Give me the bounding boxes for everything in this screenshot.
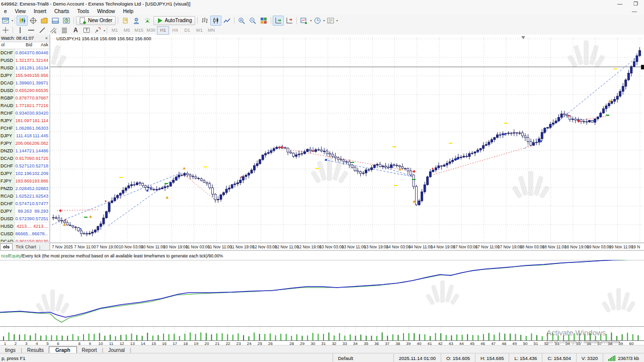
- time-axis-label: 14 Nov 11:00: [409, 245, 433, 249]
- market-watch-row[interactable]: RAUD1.771921.77216: [0, 102, 49, 110]
- expert-advisors-icon[interactable]: [131, 16, 142, 26]
- timeframe-w1[interactable]: W1: [193, 26, 205, 35]
- menu-item-tools[interactable]: Tools: [73, 9, 93, 14]
- market-watch-row[interactable]: DJPY102.196102.209: [0, 170, 49, 177]
- candle-body: [376, 164, 378, 165]
- strategy-tester-icon[interactable]: [61, 16, 72, 26]
- maximize-icon[interactable]: ❐: [633, 1, 638, 7]
- horizontal-line-icon[interactable]: [26, 25, 37, 35]
- navigator-icon[interactable]: [39, 16, 50, 26]
- column-symbol: ol: [0, 42, 15, 49]
- market-watch-row[interactable]: PJPY206.066206.082: [0, 140, 49, 147]
- zoom-in-icon[interactable]: [236, 16, 247, 26]
- zoom-out-icon[interactable]: [247, 16, 258, 26]
- dot-blue: [79, 228, 81, 229]
- market-watch-row[interactable]: DCAD0.917090.91725: [0, 155, 49, 162]
- candle-body: [189, 175, 191, 176]
- market-watch-icon[interactable]: [17, 16, 28, 26]
- tester-graph-canvas[interactable]: [0, 260, 644, 327]
- bar-chart-icon[interactable]: [199, 16, 210, 26]
- menu-item-insert[interactable]: Insert: [30, 9, 50, 14]
- trade-lot-bar: [477, 335, 478, 340]
- market-watch-row[interactable]: DCHF0.804370.80446: [0, 49, 49, 57]
- crosshair-icon[interactable]: [28, 16, 39, 26]
- market-watch-row[interactable]: DUSD0.572390.57251: [0, 215, 49, 223]
- market-watch-row[interactable]: DCAD1.399601.39971: [0, 79, 49, 87]
- label-icon[interactable]: T: [81, 25, 92, 35]
- menu-item-window[interactable]: Window: [93, 9, 119, 14]
- trendline-icon[interactable]: [37, 25, 48, 35]
- trade-lot-bar: [462, 335, 463, 340]
- new-chart-icon[interactable]: [0, 16, 11, 26]
- price-marker-yellow: [392, 146, 396, 147]
- child-minimize-icon[interactable]: —: [632, 9, 644, 14]
- minimize-icon[interactable]: —: [617, 1, 622, 7]
- timeframe-m30[interactable]: M30: [145, 26, 157, 35]
- candle-body: [546, 128, 548, 128]
- arrows-icon[interactable]: [92, 25, 103, 35]
- market-watch-row[interactable]: RGBP0.878770.87887: [0, 95, 49, 102]
- trade-lot-bar: [376, 336, 377, 340]
- periods-icon[interactable]: [312, 16, 323, 26]
- candle-body: [619, 92, 621, 96]
- timeframe-m1[interactable]: M1: [109, 26, 121, 35]
- market-watch-row[interactable]: RUSD1.161281.16134: [0, 64, 49, 72]
- autotrading-button[interactable]: AutoTrading: [153, 16, 195, 25]
- cursor-icon[interactable]: [0, 25, 11, 35]
- market-watch-columns: ol Bid Ask: [0, 42, 49, 49]
- vertical-line-icon[interactable]: [15, 25, 26, 35]
- timeframe-m5[interactable]: M5: [121, 26, 133, 35]
- timeframe-h1[interactable]: H1: [157, 26, 169, 35]
- market-watch-row[interactable]: DUSD0.655290.65535: [0, 87, 49, 95]
- script-icon[interactable]: [120, 16, 131, 26]
- chart-canvas[interactable]: USDJPY,H1 156.618 156.699 156.562 156.60…: [50, 35, 644, 250]
- menu-item-view[interactable]: View: [11, 9, 30, 14]
- market-watch-row[interactable]: RCHF0.934030.93420: [0, 110, 49, 117]
- indicators-icon[interactable]: [298, 16, 309, 26]
- market-watch-row[interactable]: DJPY111.418111.445: [0, 132, 49, 140]
- tab-symbols[interactable]: ols: [0, 243, 13, 250]
- channel-icon[interactable]: E: [48, 25, 59, 35]
- market-watch-row[interactable]: PNZD2.028452.02883: [0, 185, 49, 193]
- timeframe-m15[interactable]: M15: [133, 26, 145, 35]
- line-chart-icon[interactable]: [221, 16, 232, 26]
- signals-icon[interactable]: [142, 16, 153, 26]
- market-watch-row[interactable]: RCAD1.625221.62543: [0, 193, 49, 200]
- market-watch-row[interactable]: HUSD4213....4213....: [0, 223, 49, 230]
- timeframe-h4[interactable]: H4: [169, 26, 181, 35]
- fibonacci-icon[interactable]: [59, 25, 70, 35]
- market-watch-row[interactable]: DCHF0.527120.52718: [0, 162, 49, 170]
- market-watch-row[interactable]: DNZD1.144721.14486: [0, 147, 49, 155]
- symbol-cell: DUSD: [0, 215, 15, 222]
- market-watch-row[interactable]: DJPY155.949155.956: [0, 72, 49, 79]
- market-watch-row[interactable]: FJPY193.869193.886: [0, 177, 49, 185]
- market-watch-row[interactable]: DCHF0.574710.57477: [0, 200, 49, 208]
- candlestick-chart-icon[interactable]: [210, 16, 221, 26]
- market-watch-row[interactable]: CUSD86665...86678...: [0, 230, 49, 238]
- terminal-icon[interactable]: [50, 16, 61, 26]
- dot-red: [64, 219, 66, 220]
- new-order-button[interactable]: New Order: [76, 16, 116, 25]
- text-icon[interactable]: A: [70, 25, 81, 35]
- market-watch-row[interactable]: DJPY89.26389.293: [0, 208, 49, 215]
- tab-graph[interactable]: Graph: [49, 346, 76, 353]
- close-icon[interactable]: ×: [45, 36, 49, 41]
- market-watch-row[interactable]: PCHF1.062861.06303: [0, 125, 49, 132]
- auto-scroll-icon[interactable]: [273, 16, 284, 26]
- market-watch-row[interactable]: PUSD1.321371.32144: [0, 57, 49, 64]
- chart-window[interactable]: USDJPY,H1 156.618 156.699 156.562 156.60…: [50, 35, 644, 250]
- templates-icon[interactable]: [325, 16, 336, 26]
- chart-shift-icon[interactable]: [284, 16, 295, 26]
- status-profile[interactable]: Default: [333, 353, 393, 362]
- timeframe-mn[interactable]: MN: [205, 26, 217, 35]
- timeframe-d1[interactable]: D1: [181, 26, 193, 35]
- menu-item-charts[interactable]: Charts: [50, 9, 73, 14]
- market-watch-row[interactable]: RJPY181.097181.114: [0, 117, 49, 125]
- tile-windows-icon[interactable]: [258, 16, 269, 26]
- menu-item-e[interactable]: e: [0, 9, 11, 14]
- candle-body: [80, 231, 83, 233]
- ask-cell: 1.14486: [32, 148, 49, 153]
- symbol-cell: RGBP: [0, 95, 15, 102]
- tab-tick-chart[interactable]: Tick Chart: [13, 244, 39, 250]
- menu-item-help[interactable]: Help: [119, 9, 137, 14]
